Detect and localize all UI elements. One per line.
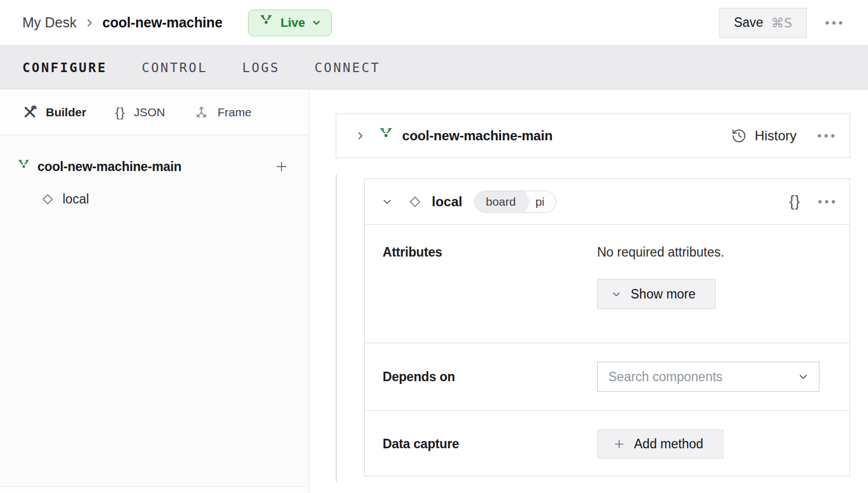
tab-logs[interactable]: LOGS — [242, 60, 280, 75]
tree-item-label: local — [63, 192, 89, 207]
mode-frame[interactable]: Frame — [194, 105, 251, 120]
save-label: Save — [734, 15, 763, 30]
chevron-down-icon — [312, 18, 321, 27]
top-header: My Desk cool-new-machine Live Save ⌘S — [0, 0, 868, 45]
chevron-down-icon — [611, 289, 622, 300]
save-shortcut-hint: ⌘S — [771, 16, 792, 30]
mode-builder-label: Builder — [46, 106, 86, 119]
mode-frame-label: Frame — [217, 106, 251, 119]
plus-icon — [613, 438, 626, 451]
header-overflow-menu-icon[interactable] — [824, 18, 843, 28]
component-type-badge: board pi — [474, 191, 556, 213]
add-method-button[interactable]: Add method — [597, 429, 723, 459]
search-components-input[interactable] — [608, 369, 798, 385]
tree-guide-line — [336, 174, 337, 482]
section-depends-on: Depends on — [365, 343, 850, 411]
component-title: local — [432, 194, 462, 210]
machine-live-icon — [259, 15, 274, 30]
tab-control[interactable]: CONTROL — [142, 60, 208, 75]
component-card-local: local board pi {} Attributes No required… — [364, 178, 850, 476]
braces-icon: {} — [115, 105, 125, 120]
view-json-icon[interactable]: {} — [789, 193, 800, 210]
depends-on-select[interactable] — [597, 362, 819, 392]
sidebar-footer — [0, 486, 309, 493]
tools-icon — [22, 105, 37, 120]
tree-item-component-local[interactable]: local — [0, 188, 309, 210]
tree-item-machine-part[interactable]: cool-new-machine-main — [0, 155, 309, 178]
part-card-menu-icon[interactable] — [817, 131, 836, 141]
show-more-label: Show more — [631, 287, 695, 302]
machine-part-icon — [378, 128, 394, 144]
show-more-button[interactable]: Show more — [597, 279, 716, 309]
component-diamond-icon — [407, 194, 423, 210]
mode-json[interactable]: {} JSON — [115, 105, 165, 120]
chevron-down-icon[interactable] — [381, 196, 393, 207]
section-data-capture: Data capture Add method — [365, 411, 850, 477]
config-mode-switcher: Builder {} JSON Frame — [0, 89, 309, 135]
mode-json-label: JSON — [133, 106, 165, 119]
component-type: board — [475, 191, 531, 212]
machine-part-card: cool-new-machine-main History — [336, 113, 850, 158]
chevron-down-icon — [798, 371, 809, 382]
tree-item-label: cool-new-machine-main — [37, 159, 274, 174]
breadcrumb-parent-link[interactable]: My Desk — [22, 15, 77, 31]
breadcrumb: My Desk cool-new-machine — [22, 15, 222, 31]
tab-connect[interactable]: CONNECT — [314, 60, 380, 75]
chevron-right-icon[interactable] — [355, 130, 366, 141]
save-button[interactable]: Save ⌘S — [719, 8, 807, 38]
part-card-title: cool-new-machine-main — [402, 128, 552, 144]
frame-axes-icon — [194, 105, 209, 120]
attributes-empty-text: No required attributes. — [597, 245, 850, 260]
add-method-label: Add method — [634, 437, 703, 452]
history-label: History — [755, 128, 797, 144]
machine-part-icon — [17, 160, 31, 174]
add-resource-button[interactable] — [274, 159, 289, 174]
history-icon — [731, 128, 747, 144]
component-menu-icon[interactable] — [817, 197, 836, 207]
config-sidebar: Builder {} JSON Frame — [0, 89, 309, 493]
breadcrumb-current: cool-new-machine — [102, 15, 222, 31]
history-button[interactable]: History — [731, 128, 797, 144]
machine-status-dropdown[interactable]: Live — [248, 10, 332, 36]
component-model: pi — [531, 191, 555, 212]
mode-builder[interactable]: Builder — [22, 105, 86, 120]
section-attributes: Attributes No required attributes. Show … — [365, 225, 850, 343]
breadcrumb-chevron-icon — [84, 18, 94, 28]
tab-configure[interactable]: CONFIGURE — [22, 60, 107, 75]
status-label: Live — [280, 16, 305, 30]
component-card-header: local board pi {} — [365, 179, 850, 225]
resource-tree: cool-new-machine-main local — [0, 135, 309, 210]
depends-on-label: Depends on — [365, 369, 597, 385]
data-capture-label: Data capture — [365, 437, 597, 452]
attributes-label: Attributes — [365, 225, 597, 343]
component-diamond-icon — [40, 192, 55, 207]
machine-tabbar: CONFIGURE CONTROL LOGS CONNECT — [0, 45, 868, 89]
machine-config-page: My Desk cool-new-machine Live Save ⌘S — [0, 0, 868, 493]
